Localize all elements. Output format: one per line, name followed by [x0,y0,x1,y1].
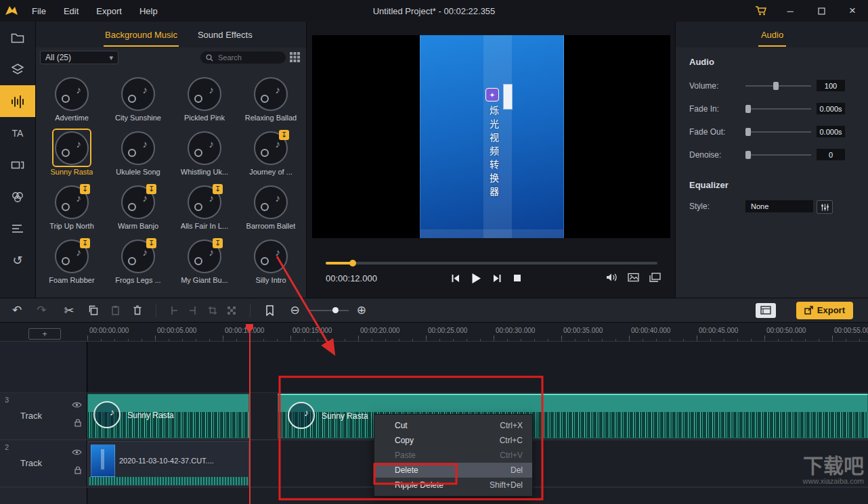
category-dropdown[interactable]: All (25) ▾ [40,51,118,64]
denoise-slider-handle[interactable] [745,151,751,159]
maximize-button[interactable] [806,0,837,22]
minimize-button[interactable]: ─ [775,0,806,22]
ruler-scale[interactable]: 00:00:00.000 00:00:05.000 00:00:10.000 0… [87,323,868,342]
context-menu-item-delete[interactable]: Delete Del [374,463,532,478]
trim-start-button[interactable] [170,306,179,315]
media-item[interactable]: Advertime [39,74,105,122]
media-item[interactable]: Relaxing Ballad [238,74,304,122]
denoise-value[interactable]: 0 [817,149,845,160]
dual-screen-icon[interactable] [649,273,661,282]
zoom-slider-handle[interactable] [332,307,339,313]
seek-bar[interactable] [326,262,657,265]
fade-in-slider-handle[interactable] [745,105,751,113]
add-track-button[interactable]: + [28,328,61,340]
music-disc-icon [121,77,155,111]
playhead-line[interactable] [249,324,251,504]
media-item[interactable]: ↧Alls Fair In L... [171,183,238,230]
render-queue-button[interactable] [756,303,776,318]
sidebar-item-audio[interactable] [0,85,35,117]
timeline-ruler[interactable]: + 00:00:00.000 00:00:05.000 00:00:10.000… [0,323,868,342]
volume-label: Volume: [689,81,718,91]
ruler-label: 00:00:20.000 [360,327,399,334]
media-item-selected[interactable]: Sunny Rasta [39,129,105,176]
marker-button[interactable] [265,305,274,316]
zoom-in-button[interactable]: ⊕ [357,304,366,316]
fade-out-slider-handle[interactable] [745,128,751,136]
track-visibility-eye-icon[interactable] [72,401,82,409]
track-lock-icon[interactable] [74,466,82,474]
menu-file[interactable]: File [23,6,55,16]
media-item[interactable]: ↧Warm Banjo [105,183,171,230]
menu-help[interactable]: Help [131,6,167,16]
sidebar-item-elements[interactable] [0,212,35,244]
export-button[interactable]: Export [796,302,853,319]
volume-slider-handle[interactable] [773,82,779,90]
sidebar-item-transitions[interactable] [0,149,35,181]
zoom-out-button[interactable]: ⊖ [290,304,300,316]
sidebar-item-rotate[interactable]: ↺ [0,244,35,276]
timeline-zoom-slider[interactable] [308,310,349,311]
sidebar-item-text[interactable]: TA [0,117,35,149]
media-item[interactable]: ↧My Giant Bu... [171,237,238,284]
audio-section-title: Audio [689,57,714,67]
previous-frame-button[interactable] [451,274,460,283]
paste-button[interactable] [110,305,121,315]
media-item[interactable]: City Sunshine [105,74,171,122]
grid-view-icon[interactable] [289,51,301,63]
mosaic-button[interactable] [227,306,236,315]
play-button[interactable] [471,273,481,284]
media-item[interactable]: Barroom Ballet [238,183,304,230]
track-visibility-eye-icon[interactable] [72,449,82,456]
split-scissors-button[interactable]: ✂ [64,304,74,317]
seek-handle[interactable] [349,260,356,267]
fade-in-slider[interactable] [745,108,811,110]
fade-out-value[interactable]: 0.000s [817,126,845,137]
close-button[interactable]: × [837,0,868,22]
next-frame-button[interactable] [493,274,502,283]
volume-slider[interactable] [745,85,811,87]
download-badge-icon: ↧ [213,238,223,248]
search-box[interactable] [200,51,286,64]
context-menu-item-copy[interactable]: Copy Ctrl+C [374,433,532,448]
audio-clip-sunny-rasta-1[interactable]: Sunny Rasta [87,394,249,438]
store-cart-icon[interactable] [747,5,775,16]
copy-button[interactable] [88,305,98,315]
tab-audio[interactable]: Audio [758,23,786,47]
media-item[interactable]: Silly Intro [238,237,304,284]
tab-sound-effects[interactable]: Sound Effects [196,23,254,47]
sidebar-item-media[interactable] [0,22,35,53]
volume-icon[interactable] [606,273,617,282]
crop-button[interactable] [208,306,217,315]
equalizer-style-dropdown[interactable]: None [745,200,813,212]
snapshot-icon[interactable] [628,273,639,282]
tab-background-music[interactable]: Background Music [104,23,179,47]
track-lock-icon[interactable] [74,419,82,427]
media-item[interactable]: ↧Foam Rubber [39,237,105,284]
redo-button[interactable]: ↷ [37,304,46,316]
context-menu-item-ripple-delete[interactable]: Ripple Delete Shift+Del [374,478,532,492]
volume-value[interactable]: 100 [817,80,845,91]
denoise-slider[interactable] [745,154,811,156]
stop-button[interactable] [513,274,521,282]
sidebar-item-filters[interactable] [0,181,35,212]
equalizer-settings-button[interactable] [817,200,833,214]
context-menu-item-cut[interactable]: Cut Ctrl+X [374,418,532,433]
search-input[interactable] [217,53,279,62]
video-clip[interactable]: 2020-11-03-10-42-37.CUT.... [87,441,249,486]
media-item[interactable]: ↧Trip Up North [39,183,105,230]
sidebar-item-overlays[interactable] [0,53,35,85]
fade-out-slider[interactable] [745,131,811,133]
menu-edit[interactable]: Edit [55,6,87,16]
trim-end-button[interactable] [188,306,197,315]
media-item[interactable]: ↧Frogs Legs ... [105,237,171,284]
fade-in-value[interactable]: 0.000s [817,103,845,114]
undo-button[interactable]: ↶ [12,304,22,316]
menu-export[interactable]: Export [87,6,131,16]
audio-clip-sunny-rasta-2[interactable]: Sunny Rasta [278,394,868,438]
media-item[interactable]: Whistling Uk... [171,129,238,176]
media-item[interactable]: ↧Journey of ... [238,129,304,176]
delete-button[interactable] [133,305,142,315]
media-item[interactable]: Ukulele Song [105,129,171,176]
media-item[interactable]: Pickled Pink [171,74,238,122]
layers-icon [11,63,24,76]
